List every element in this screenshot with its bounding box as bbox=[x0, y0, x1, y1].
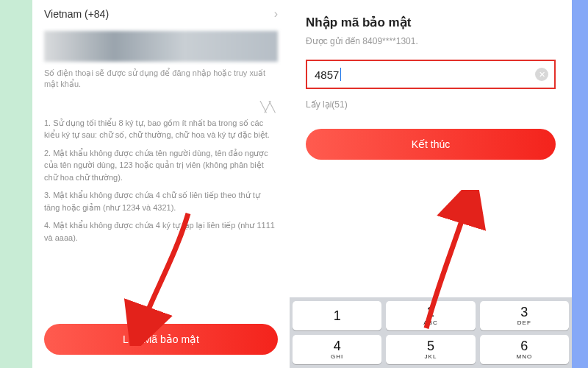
key-5[interactable]: 5JKL bbox=[386, 335, 475, 364]
country-selector[interactable]: Vietnam (+84) › bbox=[32, 0, 290, 28]
code-input[interactable]: 4857 ✕ bbox=[306, 60, 556, 89]
finish-button[interactable]: Kết thúc bbox=[306, 129, 556, 160]
chevron-right-icon: › bbox=[274, 7, 278, 21]
key-1[interactable]: 1 bbox=[293, 301, 381, 330]
page-title: Nhập mã bảo mật bbox=[306, 15, 556, 30]
phone-hint: Số điện thoại sẽ được sử dụng để đăng nh… bbox=[44, 68, 278, 91]
rule-2: 2. Mật khẩu không được chứa tên người dù… bbox=[44, 147, 278, 184]
bg-strip-left bbox=[0, 0, 32, 368]
resend-countdown: Lấy lại(51) bbox=[306, 99, 556, 110]
password-row: ╲╱╲ bbox=[32, 98, 290, 116]
finish-label: Kết thúc bbox=[412, 138, 451, 150]
phone-input-blurred[interactable] bbox=[44, 31, 278, 62]
key-2[interactable]: 2ABC bbox=[386, 301, 475, 330]
register-panel: Vietnam (+84) › Số điện thoại sẽ được sử… bbox=[32, 0, 290, 368]
key-6[interactable]: 6MNO bbox=[480, 335, 569, 364]
get-code-label: Lấy Mã bảo mật bbox=[123, 333, 199, 345]
country-label: Vietnam (+84) bbox=[44, 8, 109, 20]
clear-icon[interactable]: ✕ bbox=[535, 68, 548, 81]
rule-4: 4. Mật khẩu không được chứa 4 ký tự lặp … bbox=[44, 219, 278, 244]
bg-strip-right bbox=[572, 0, 588, 368]
verify-panel: Nhập mã bảo mật Được gửi đến 8409****130… bbox=[290, 0, 572, 368]
sent-to-text: Được gửi đến 8409****1301. bbox=[306, 36, 556, 46]
get-code-button[interactable]: Lấy Mã bảo mật bbox=[44, 324, 278, 355]
text-caret bbox=[340, 68, 341, 81]
rule-3: 3. Mật khẩu không được chứa 4 chữ số liê… bbox=[44, 189, 278, 213]
key-4[interactable]: 4GHI bbox=[293, 335, 381, 364]
rule-1: 1. Sử dụng tối thiểu 8 ký tự, bao gồm ít… bbox=[44, 117, 278, 141]
password-rules: 1. Sử dụng tối thiểu 8 ký tự, bao gồm ít… bbox=[44, 117, 278, 244]
code-value: 4857 bbox=[315, 68, 341, 81]
eye-closed-icon[interactable]: ╲╱╲ bbox=[260, 101, 273, 113]
numeric-keypad: 1 2ABC 3DEF 4GHI 5JKL 6MNO bbox=[290, 297, 572, 368]
key-3[interactable]: 3DEF bbox=[480, 301, 569, 330]
